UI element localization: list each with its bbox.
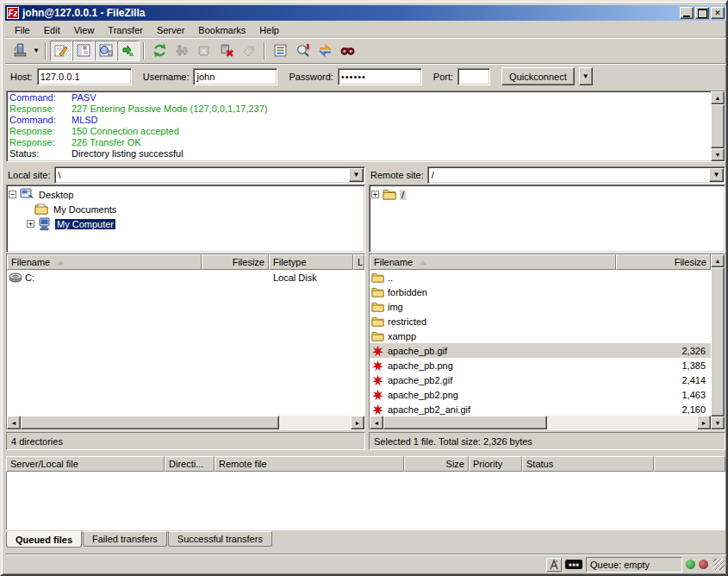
directory-filter-icon[interactable] [269,41,291,61]
folder-icon [371,316,385,328]
process-queue-icon[interactable] [171,41,193,61]
local-site-combo[interactable]: \ ▼ [54,166,365,184]
column-filename[interactable]: Filename [7,254,202,270]
column-status[interactable]: Status [522,456,654,472]
scroll-thumb[interactable] [711,104,725,148]
tab-queued-files[interactable]: Queued files [6,531,82,548]
local-horizontal-scrollbar[interactable]: ◄ ► [7,416,364,429]
site-manager-dropdown-icon[interactable]: ▼ [31,41,41,61]
file-row[interactable]: apache_pb2_ani.gif2,160 [370,402,711,416]
file-row[interactable]: apache_pb2.png1,463 [370,387,711,402]
synchronized-browsing-icon[interactable] [314,41,336,61]
remote-horizontal-scrollbar[interactable]: ◄ ► [370,416,711,429]
quickconnect-dropdown-icon[interactable]: ▼ [579,67,593,85]
directory-comparison-icon[interactable] [291,41,314,61]
menu-edit[interactable]: Edit [37,23,67,37]
resize-grip[interactable] [713,559,725,570]
queue-status-box: Queue: empty [586,557,682,573]
file-row[interactable]: forbidden [370,285,711,299]
menu-help[interactable]: Help [252,23,286,37]
column-filetype[interactable]: Filetype [269,254,353,270]
scroll-right-icon[interactable]: ► [697,416,711,429]
find-files-icon[interactable] [336,41,358,61]
refresh-icon[interactable] [148,41,171,61]
combo-dropdown-icon[interactable]: ▼ [349,168,364,182]
toggle-queue-icon[interactable] [117,41,140,61]
drive-icon [9,272,22,284]
site-manager-icon[interactable] [9,41,31,61]
scroll-thumb[interactable] [383,416,547,429]
file-row[interactable]: restricted [370,314,711,329]
disconnect-icon[interactable] [215,41,238,61]
menu-transfer[interactable]: Transfer [101,23,150,37]
minimize-button[interactable] [680,7,694,19]
queue-header: Server/Local file Directi... Remote file… [6,456,725,472]
scroll-left-icon[interactable]: ◄ [370,416,383,429]
expand-icon[interactable]: + [371,191,379,198]
column-priority[interactable]: Priority [469,456,522,472]
cancel-operation-icon[interactable] [193,41,215,61]
host-label: Host: [10,72,33,82]
log-line: Status:Directory listing successful [9,148,708,160]
tab-successful-transfers[interactable]: Successful transfers [168,531,272,547]
app-icon[interactable]: Fz [7,7,19,19]
toggle-local-tree-icon[interactable] [72,41,95,61]
file-row[interactable]: apache_pb2.gif2,414 [370,373,711,387]
menu-view[interactable]: View [67,23,102,37]
username-input[interactable] [193,68,277,85]
scroll-thumb[interactable] [21,416,279,429]
scroll-right-icon[interactable]: ► [351,416,364,429]
tree-item-desktop[interactable]: − Desktop [9,187,363,202]
collapse-icon[interactable]: − [9,191,16,198]
scroll-up-icon[interactable]: ▲ [711,254,725,267]
remote-vertical-scrollbar[interactable]: ▲ ▼ [711,254,725,429]
password-label: Password: [289,72,333,82]
column-server-local-file[interactable]: Server/Local file [6,456,165,472]
column-filesize[interactable]: Filesize [616,254,711,270]
tree-item-my-computer[interactable]: + My Computer [9,216,363,231]
remote-status-text: Selected 1 file. Total size: 2,326 bytes [369,432,725,450]
scroll-left-icon[interactable]: ◄ [7,416,21,429]
expand-icon[interactable]: + [27,220,34,228]
reconnect-icon[interactable] [238,41,260,61]
menu-file[interactable]: File [8,23,37,37]
menu-server[interactable]: Server [150,23,191,37]
tab-failed-transfers[interactable]: Failed transfers [83,531,167,547]
host-input[interactable] [37,68,132,85]
tree-item-my-documents[interactable]: My Documents [9,202,363,216]
password-input[interactable] [338,68,422,85]
column-remote-file[interactable]: Remote file [215,456,404,472]
tree-item-root[interactable]: + / [371,187,723,202]
column-last-modified[interactable]: L [353,254,364,270]
column-direction[interactable]: Directi... [165,456,215,472]
title-bar[interactable]: Fz john@127.0.0.1 - FileZilla [5,5,726,21]
toggle-message-log-icon[interactable] [50,41,72,61]
file-row[interactable]: xampp [370,329,711,343]
transfer-type-icon[interactable] [546,558,562,572]
remote-site-combo[interactable]: / ▼ [427,166,725,184]
file-row[interactable]: img [370,299,711,314]
sort-ascending-icon [420,260,426,265]
combo-dropdown-icon[interactable]: ▼ [709,168,724,182]
close-button[interactable] [711,7,725,19]
maximize-button[interactable] [695,7,709,19]
file-row[interactable]: .. [370,270,711,285]
column-size[interactable]: Size [404,456,469,472]
menu-bookmarks[interactable]: Bookmarks [191,23,252,37]
quickconnect-button[interactable]: Quickconnect [501,67,575,85]
port-input[interactable] [457,68,490,85]
column-empty [654,456,725,472]
toggle-remote-tree-icon[interactable] [95,41,117,61]
scroll-thumb[interactable] [711,267,725,416]
file-row-selected[interactable]: apache_pb.gif2,326 [370,343,711,358]
speed-limit-icon[interactable]: ▪▪▪ [565,560,582,569]
scroll-up-icon[interactable]: ▲ [711,91,725,104]
log-scrollbar[interactable]: ▲ ▼ [711,91,725,161]
column-filename[interactable]: Filename [370,254,616,270]
scroll-down-icon[interactable]: ▼ [711,416,725,429]
column-filesize[interactable]: Filesize [202,254,269,270]
file-row[interactable]: apache_pb.png1,385 [370,358,711,373]
scroll-down-icon[interactable]: ▼ [711,148,725,161]
file-row[interactable]: C: Local Disk [7,270,364,285]
queue-body[interactable] [6,472,725,530]
